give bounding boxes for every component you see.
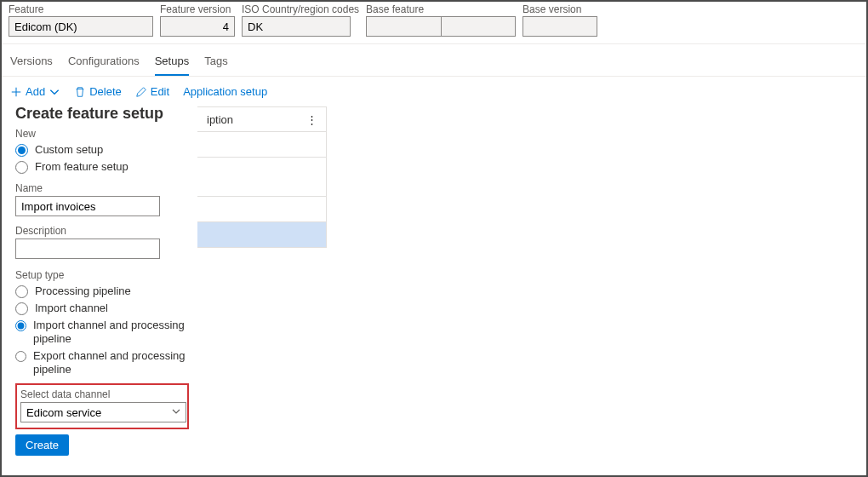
select-data-channel-dropdown[interactable] xyxy=(20,402,186,422)
base-version-field: Base version xyxy=(523,3,597,37)
tab-setups[interactable]: Setups xyxy=(155,49,189,76)
create-feature-setup-panel: Create feature setup New Custom setup Fr… xyxy=(9,101,197,463)
radio-import-channel-label: Import channel xyxy=(35,302,108,315)
radio-custom-setup-input[interactable] xyxy=(15,144,28,157)
pencil-icon xyxy=(135,86,147,98)
feature-label: Feature xyxy=(9,3,153,15)
application-setup-button[interactable]: Application setup xyxy=(183,85,267,98)
create-button[interactable]: Create xyxy=(15,434,69,456)
tabs: Versions Configurations Setups Tags xyxy=(2,44,866,77)
iso-label: ISO Country/region codes xyxy=(242,3,359,15)
header-fields: Feature Feature version ISO Country/regi… xyxy=(2,2,866,44)
iso-input[interactable] xyxy=(242,16,351,37)
radio-export-channel-processing[interactable]: Export channel and processing pipeline xyxy=(15,349,191,376)
base-version-input[interactable] xyxy=(523,16,597,37)
radio-from-feature-setup-label: From feature setup xyxy=(35,160,128,174)
grid-col-description[interactable]: iption xyxy=(207,113,233,126)
description-label: Description xyxy=(15,225,191,237)
application-setup-label: Application setup xyxy=(183,85,267,98)
radio-processing-label: Processing pipeline xyxy=(35,284,131,298)
radio-from-feature-setup[interactable]: From feature setup xyxy=(15,160,191,174)
radio-import-proc-label: Import channel and processing pipeline xyxy=(33,319,191,346)
trash-icon xyxy=(74,86,86,98)
base-feature-input-1[interactable] xyxy=(366,16,441,37)
radio-import-proc-input[interactable] xyxy=(15,319,26,332)
feature-version-input[interactable] xyxy=(160,16,235,37)
iso-field: ISO Country/region codes xyxy=(242,3,359,37)
select-data-channel-label: Select data channel xyxy=(20,388,184,400)
radio-processing-input[interactable] xyxy=(15,285,28,298)
radio-import-channel[interactable]: Import channel xyxy=(15,302,191,315)
feature-version-label: Feature version xyxy=(160,3,235,15)
base-feature-field: Base feature xyxy=(366,3,516,37)
setup-type-label: Setup type xyxy=(15,269,191,281)
radio-import-channel-input[interactable] xyxy=(15,302,28,315)
delete-label: Delete xyxy=(89,85,122,98)
radio-custom-setup[interactable]: Custom setup xyxy=(15,143,191,157)
name-label: Name xyxy=(15,182,191,194)
feature-version-field: Feature version xyxy=(160,3,235,37)
select-data-channel-highlight: Select data channel xyxy=(15,383,189,429)
radio-export-proc-input[interactable] xyxy=(15,350,26,363)
select-data-channel-input[interactable] xyxy=(20,402,186,422)
base-version-label: Base version xyxy=(523,3,597,15)
add-button[interactable]: Add xyxy=(10,85,60,98)
plus-icon xyxy=(10,86,22,98)
feature-input[interactable] xyxy=(9,16,153,37)
tab-tags[interactable]: Tags xyxy=(204,49,227,76)
description-input[interactable] xyxy=(15,238,160,259)
feature-field: Feature xyxy=(9,3,153,37)
edit-label: Edit xyxy=(151,85,169,98)
base-feature-input-2[interactable] xyxy=(441,16,516,37)
new-section-label: New xyxy=(15,128,191,140)
tab-versions[interactable]: Versions xyxy=(10,49,53,76)
grid-menu-icon[interactable]: ⋮ xyxy=(298,113,326,126)
tab-configurations[interactable]: Configurations xyxy=(68,49,140,76)
base-feature-label: Base feature xyxy=(366,3,516,15)
edit-button[interactable]: Edit xyxy=(135,85,169,98)
delete-button[interactable]: Delete xyxy=(74,85,122,98)
radio-export-proc-label: Export channel and processing pipeline xyxy=(33,349,191,376)
chevron-down-icon xyxy=(49,86,60,98)
panel-title: Create feature setup xyxy=(15,105,191,123)
radio-import-channel-processing[interactable]: Import channel and processing pipeline xyxy=(15,319,191,346)
radio-custom-setup-label: Custom setup xyxy=(35,143,103,157)
add-label: Add xyxy=(26,85,45,98)
radio-processing-pipeline[interactable]: Processing pipeline xyxy=(15,284,191,298)
radio-from-feature-setup-input[interactable] xyxy=(15,161,28,174)
name-input[interactable] xyxy=(15,196,160,216)
